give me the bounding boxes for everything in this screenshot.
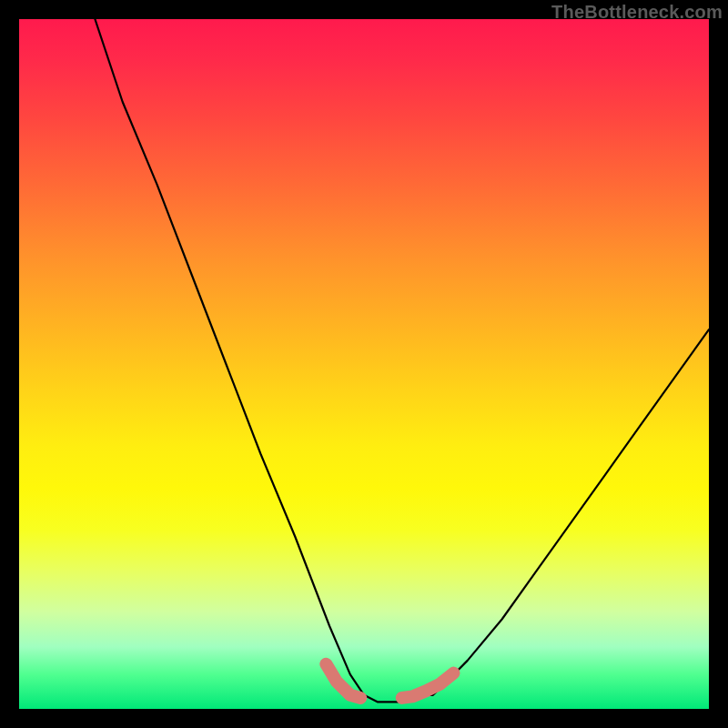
- watermark-label: TheBottleneck.com: [551, 2, 723, 23]
- trough-marker-right: [402, 673, 454, 698]
- plot-area: [19, 19, 709, 709]
- bottleneck-curve: [95, 19, 709, 702]
- chart-frame: TheBottleneck.com: [0, 0, 728, 728]
- bottleneck-curve-path: [95, 19, 709, 702]
- chart-svg: [19, 19, 709, 709]
- trough-right-segment-path: [402, 673, 454, 698]
